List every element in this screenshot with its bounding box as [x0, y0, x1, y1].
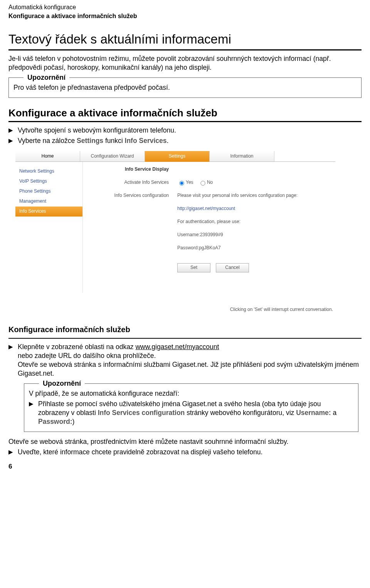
tab-settings[interactable]: Settings: [145, 151, 210, 162]
cfg-url-link[interactable]: http://gigaset.net/myaccount: [177, 206, 335, 212]
section1-title: Textový řádek s aktuálními informacemi: [8, 31, 362, 48]
step1-text: Vytvořte spojení s webovým konfigurátore…: [18, 126, 362, 135]
notice-legend: Upozornění: [39, 379, 85, 388]
arrow-icon: ▶: [8, 343, 14, 378]
notice-legend: Upozornění: [24, 73, 69, 82]
section2-title: Konfigurace a aktivace informačních služ…: [8, 106, 362, 119]
tab-home[interactable]: Home: [15, 151, 80, 162]
section3-bullet1: ▶ Klepněte v zobrazené oblasti na odkaz …: [8, 343, 362, 378]
arrow-icon: ▶: [29, 400, 34, 426]
notice2-bullet: ▶ Přihlaste se pomocí svého uživatelskéh…: [29, 400, 353, 426]
bold: Settings: [77, 137, 103, 144]
t: .: [167, 137, 169, 144]
notice-text: Pro váš telefon je přednastavena předpov…: [13, 83, 357, 92]
bold: Password:: [38, 418, 72, 425]
tab-information[interactable]: Information: [210, 151, 274, 162]
button-row: Set Cancel: [177, 263, 335, 272]
t: ): [72, 418, 75, 425]
page-number: 6: [8, 462, 362, 471]
hr: [8, 121, 362, 122]
section3-title: Konfigurace informačních služeb: [8, 324, 362, 334]
tab-config-wizard[interactable]: Configuration Wizard: [80, 151, 145, 162]
value-col: Yes No Please visit your personal info s…: [177, 166, 335, 293]
section1-paragraph: Je-li váš telefon v pohotovostním režimu…: [8, 54, 362, 72]
nav-voip-settings[interactable]: VoIP Settings: [15, 176, 82, 186]
after-paragraph: Otevře se webová stránka, prostřednictví…: [8, 437, 362, 446]
radio-yes-input[interactable]: [179, 181, 184, 186]
radio-no[interactable]: No: [198, 180, 213, 185]
cfg-intro: Please visit your personal info services…: [177, 193, 335, 199]
notice2-line1: V případě, že se automatická konfigurace…: [29, 389, 353, 398]
radio-no-input[interactable]: [200, 181, 205, 186]
label-info-service-display: Info Service Display: [83, 166, 169, 173]
final-text: Uveďte, které informace chcete pravideln…: [18, 448, 362, 457]
bold: Username:: [296, 409, 331, 417]
arrow-icon: ▶: [8, 126, 14, 135]
panel: Network Settings VoIP Settings Phone Set…: [15, 162, 335, 293]
arrow-icon: ▶: [8, 136, 14, 145]
configurator-screenshot: Home Configuration Wizard Settings Infor…: [15, 151, 335, 318]
cancel-button[interactable]: Cancel: [216, 263, 249, 272]
notice-box-2: Upozornění V případě, že se automatická …: [24, 383, 358, 432]
t: Otevře se webová stránka s informačními …: [18, 361, 359, 377]
t: a: [331, 409, 337, 417]
final-bullet: ▶ Uveďte, které informace chcete pravide…: [8, 448, 362, 457]
label-activate: Activate Info Services: [83, 180, 169, 186]
t: funkci: [103, 137, 124, 144]
radio-yes[interactable]: Yes: [177, 180, 193, 185]
step-1: ▶ Vytvořte spojení s webovým konfiguráto…: [8, 126, 362, 135]
gigaset-link[interactable]: www.gigaset.net/myaccount: [135, 343, 219, 351]
footnote: Clicking on 'Set' will interrupt current…: [15, 293, 335, 318]
right-area: Info Service Display Activate Info Servi…: [83, 162, 335, 293]
auth-intro: For authentication, please use:: [177, 219, 335, 225]
label-config: Info Services configuration: [83, 193, 169, 199]
t: nebo zadejte URL do dalšího okna prohlíž…: [18, 352, 156, 360]
nav-management[interactable]: Management: [15, 197, 82, 207]
step2-text: Vyberte na záložce Settings funkci Info …: [18, 136, 362, 145]
t: stránky webového konfigurátoru, viz: [185, 409, 296, 417]
password-value: Password:pgJBKoA7: [177, 245, 335, 251]
breadcrumb-line2: Konfigurace a aktivace informačních služ…: [8, 12, 362, 20]
radio-group-activate: Yes No: [177, 180, 335, 186]
breadcrumb-line1: Automatická konfigurace: [8, 3, 362, 11]
nav-info-services[interactable]: Info Services: [15, 207, 82, 217]
bold: Info Services: [125, 137, 167, 144]
bold: Info Services configuration: [98, 409, 185, 417]
notice2-text: Přihlaste se pomocí svého uživatelského …: [38, 400, 353, 426]
nav-network-settings[interactable]: Network Settings: [15, 166, 82, 176]
radio-yes-label: Yes: [186, 180, 193, 185]
username-value: Username:2393999#9: [177, 232, 335, 238]
left-nav: Network Settings VoIP Settings Phone Set…: [15, 162, 83, 293]
label-col: Info Service Display Activate Info Servi…: [83, 166, 177, 293]
step-2: ▶ Vyberte na záložce Settings funkci Inf…: [8, 136, 362, 145]
hr: [8, 338, 362, 339]
arrow-icon: ▶: [8, 448, 14, 457]
bullet1-content: Klepněte v zobrazené oblasti na odkaz ww…: [18, 343, 362, 378]
notice-box-1: Upozornění Pro váš telefon je přednastav…: [8, 77, 362, 98]
tab-bar: Home Configuration Wizard Settings Infor…: [15, 151, 335, 162]
t: Klepněte v zobrazené oblasti na odkaz: [18, 343, 135, 351]
hr: [8, 49, 362, 50]
nav-phone-settings[interactable]: Phone Settings: [15, 186, 82, 197]
set-button[interactable]: Set: [177, 263, 210, 272]
t: Vyberte na záložce: [18, 137, 77, 144]
radio-no-label: No: [207, 180, 213, 185]
